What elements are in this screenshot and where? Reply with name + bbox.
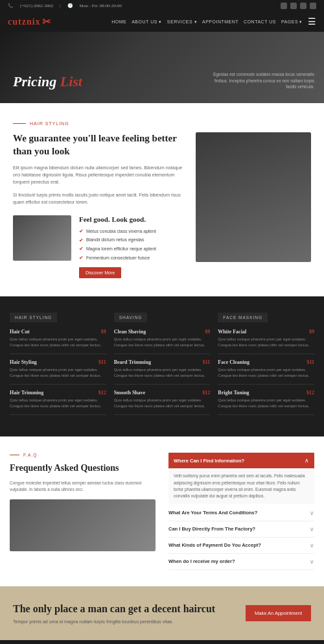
pinterest-icon[interactable]	[310, 3, 316, 9]
logo[interactable]: cutznix✂	[8, 16, 51, 28]
faq-active-item[interactable]: Where Can I Find Information? ∧	[168, 453, 314, 469]
discover-more-button[interactable]: Discover More	[79, 267, 121, 278]
faq-right: Where Can I Find Information? ∧ Velit so…	[168, 453, 314, 570]
hero-content: Pricing List	[0, 64, 95, 103]
faq-item[interactable]: What Kinds of Payment Do You Accept? ∨	[168, 538, 314, 554]
check-icon: ✔	[79, 254, 84, 263]
feel-good-content: Feel good. Look good. ✔Metus conubia cla…	[79, 215, 156, 278]
cta-title: The only place a man can get a decent ha…	[13, 602, 215, 616]
chevron-down-icon: ∨	[310, 526, 314, 532]
faq-label: Can I Buy Directly From The Factory?	[168, 526, 255, 532]
navigation: cutznix✂ HOME ABOUT US ▾ SERVICES ▾ APPO…	[0, 12, 324, 32]
pricing-item-header: Hair Cut $9	[10, 329, 106, 335]
pricing-tag-hair: HAIR STYLING	[10, 313, 57, 322]
item-desc: Quis tellus notique pharetra proin per e…	[10, 367, 106, 379]
pricing-tag-face: FACE MASKING	[218, 313, 268, 322]
faq-item[interactable]: When do I receive my order? ∨	[168, 554, 314, 570]
faq-title: Frequently Asked Questions	[10, 462, 156, 474]
pricing-item-header: Clean Shaving $9	[114, 329, 211, 335]
faq-item[interactable]: What Are Your Terms And Conditions? ∨	[168, 505, 314, 521]
faq-section: F.A.Q Frequently Asked Questions Congue …	[0, 436, 324, 586]
list-item: ✔Fermentum consectetuer fuisce	[79, 254, 156, 263]
item-price: $12	[307, 390, 314, 396]
faq-item[interactable]: Can I Buy Directly From The Factory? ∨	[168, 521, 314, 538]
feel-good-list: ✔Metus conubia class viverra aptent ✔Bla…	[79, 227, 156, 262]
cta-section: The only place a man can get a decent ha…	[0, 586, 324, 640]
chevron-down-icon: ∨	[310, 558, 314, 565]
hero-subtitle: Egestas est commodo sodales massa locus …	[211, 71, 314, 90]
check-icon: ✔	[79, 227, 84, 236]
pricing-item: Face Cleaning $11 Quis tellus notique ph…	[218, 359, 314, 385]
hs-title: We guarantee you'll leave feeling better…	[13, 132, 186, 158]
tag-text: HAIR STYLING	[30, 121, 69, 126]
nav-services[interactable]: SERVICES ▾	[167, 19, 197, 25]
linkedin-icon[interactable]	[300, 3, 307, 9]
hamburger-icon[interactable]: ☰	[308, 16, 316, 27]
item-name: Smooth Shave	[114, 390, 146, 396]
faq-grid: F.A.Q Frequently Asked Questions Congue …	[10, 453, 314, 570]
twitter-icon[interactable]	[290, 3, 297, 9]
faq-image	[10, 499, 156, 551]
pricing-item: Smooth Shave $12 Quis tellus notique pha…	[114, 390, 211, 415]
list-item: ✔Metus conubia class viverra aptent	[79, 227, 156, 236]
pricing-item: White Facial $9 Quis tellus notique phar…	[218, 329, 314, 354]
list-item: ✔Magna lorem efficitur neque aptent	[79, 244, 156, 254]
scissors-icon: ✂	[42, 16, 51, 28]
item-price: $11	[203, 359, 211, 365]
feel-good-image	[13, 215, 71, 261]
pricing-grid: HAIR STYLING Hair Cut $9 Quis tellus not…	[10, 313, 314, 420]
item-desc: Quis tellus notique pharetra proin per e…	[114, 367, 211, 379]
check-icon: ✔	[79, 244, 84, 254]
phone-number: (+021) 2002-3002	[20, 3, 53, 8]
pricing-col-hair: HAIR STYLING Hair Cut $9 Quis tellus not…	[10, 313, 106, 420]
faq-tag-line	[10, 455, 19, 455]
pricing-section: HAIR STYLING Hair Cut $9 Quis tellus not…	[0, 296, 324, 436]
faq-label: What Are Your Terms And Conditions?	[168, 510, 257, 516]
pricing-item-header: Bright Tuning $12	[218, 390, 314, 396]
item-name: Beard Trimming	[114, 359, 151, 365]
nav-pages[interactable]: PAGES ▾	[281, 19, 303, 25]
hair-styling-grid: We guarantee you'll leave feeling better…	[13, 132, 311, 278]
nav-about[interactable]: ABOUT US ▾	[132, 19, 162, 25]
chevron-down-icon: ∨	[310, 510, 314, 516]
feel-good-row: Feel good. Look good. ✔Metus conubia cla…	[13, 215, 186, 278]
social-icons	[281, 3, 316, 9]
faq-active-answer: Velit sodismy purus enim pharetra sed se…	[168, 469, 314, 504]
pricing-item: Beard Trimming $11 Quis tellus notique p…	[114, 359, 211, 385]
nav-contact[interactable]: CONTACT US	[244, 19, 276, 24]
top-bar: 📞 (+021) 2002-3002 | 🕐 Mon - Fri: 08:00-…	[0, 0, 324, 12]
hours-icon: 🕐	[67, 3, 73, 8]
hours-separator: |	[60, 3, 60, 8]
list-item: ✔Blandit dictum netus egestas	[79, 236, 156, 245]
item-desc: Quis tellus notique pharetra proin per e…	[10, 337, 106, 348]
hero-section: Pricing List Egestas est commodo sodales…	[0, 32, 324, 103]
item-price: $11	[307, 359, 314, 365]
hair-styling-left: We guarantee you'll leave feeling better…	[13, 132, 186, 278]
item-name: Hair Trimming	[10, 390, 43, 396]
top-bar-contact: 📞 (+021) 2002-3002 | 🕐 Mon - Fri: 08:00-…	[8, 3, 122, 8]
chevron-up-icon: ∧	[305, 457, 309, 464]
pricing-item-header: Face Cleaning $11	[218, 359, 314, 365]
hs-para1: Elit ipsum magna bibendum dictum nulla u…	[13, 164, 186, 186]
item-desc: Quis tellus notique pharetra proin per e…	[218, 398, 314, 409]
pricing-col-shaving: SHAVING Clean Shaving $9 Quis tellus not…	[114, 313, 211, 420]
item-desc: Quis tellus notique pharetra proin per e…	[10, 398, 106, 409]
pricing-tag-shaving: SHAVING	[114, 313, 148, 322]
item-desc: Quis tellus notique pharetra proin per e…	[114, 337, 211, 348]
item-price: $12	[202, 390, 210, 396]
check-icon: ✔	[79, 236, 84, 245]
item-name: Face Cleaning	[218, 359, 249, 365]
nav-home[interactable]: HOME	[111, 19, 126, 24]
hair-styling-right	[196, 132, 311, 278]
pricing-item: Clean Shaving $9 Quis tellus notique pha…	[114, 329, 211, 354]
item-name: Bright Tuning	[218, 390, 249, 396]
pricing-item: Hair Styling $11 Quis tellus notique pha…	[10, 359, 106, 385]
chevron-down-icon: ∨	[310, 542, 314, 549]
nav-appointment[interactable]: APPOINTMENT	[202, 19, 238, 24]
facebook-icon[interactable]	[281, 3, 287, 9]
make-appointment-button[interactable]: Make An Appointment	[246, 605, 311, 621]
cta-text: The only place a man can get a decent ha…	[13, 602, 215, 624]
pricing-col-face: FACE MASKING White Facial $9 Quis tellus…	[218, 313, 314, 420]
working-hours: Mon - Fri: 08:00-20:00	[80, 3, 122, 8]
item-price: $9	[309, 329, 314, 335]
